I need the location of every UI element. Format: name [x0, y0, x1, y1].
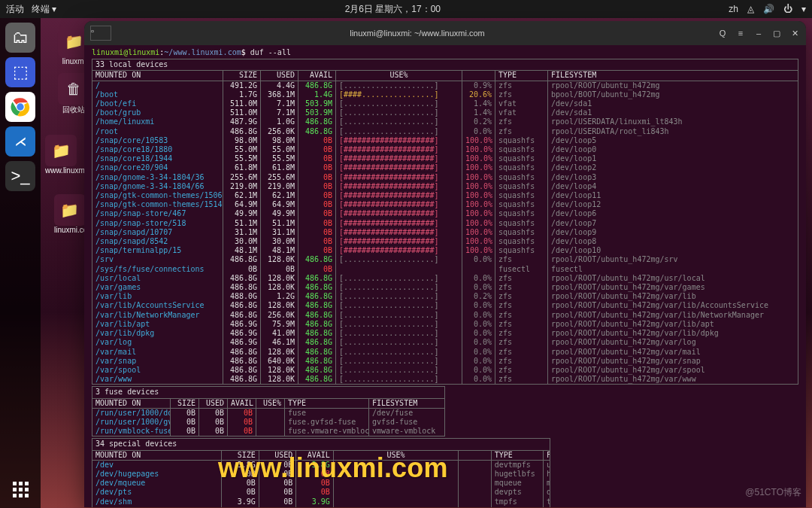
table-row: /sys/fs/fuse/connections0B0B0Bfusectlfus…	[92, 265, 798, 274]
table-row: /snap/snap-store/46749.9M49.9M0B[#######…	[92, 209, 798, 218]
terminal-window: ▫ linuxmi@linuxmi: ~/www.linuxmi.com Q ≡…	[84, 21, 806, 507]
local-devices-box: 33 local devices MOUNTED ONSIZEUSEDAVAIL…	[92, 59, 798, 385]
chrome-icon[interactable]	[5, 92, 35, 122]
table-row: /boot/efi511.0M7.1M503.9M[..............…	[92, 99, 798, 108]
table-row: /run/vmblock-fuse0B0B0Bfuse.vmware-vmblo…	[92, 427, 444, 436]
network-icon[interactable]: ◬	[747, 4, 754, 14]
table-row: /proc0B0B0Bprocproc	[92, 506, 550, 507]
app-menu[interactable]: 终端 ▾	[32, 3, 56, 16]
fuse-devices-box: 3 fuse devices MOUNTED ONSIZEUSEDAVAILUS…	[92, 386, 445, 437]
table-row: /var/log486.9G46.1M486.8G[..............…	[92, 338, 798, 347]
table-row: /run/user/1000/doc0B0B0Bfuse/dev/fuse	[92, 409, 444, 418]
table-row: /var/lib488.0G1.2G486.8G[...............…	[92, 292, 798, 301]
table-row: /snap/core20/90461.8M61.8M0B[###########…	[92, 163, 798, 172]
table-row: /snap/terminalpp/1548.1M48.1M0B[########…	[92, 246, 798, 255]
new-tab-button[interactable]: ▫	[90, 26, 111, 41]
table-row: /var/lib/apt486.9G75.9M486.8G[..........…	[92, 320, 798, 329]
chevron-down-icon[interactable]: ▾	[801, 4, 806, 14]
table-row: /dev/mqueue0B0B0Bmqueuemqueue	[92, 479, 550, 488]
terminal-icon[interactable]: >_	[5, 161, 35, 191]
box-title: 3 fuse devices	[92, 387, 444, 398]
gnome-top-bar: 活动 终端 ▾ 2月6日 星期六，17：00 zh ◬ 🔊 ⏻ ▾	[0, 0, 812, 18]
table-row: /var/lib/AccountsService486.8G128.0K486.…	[92, 301, 798, 310]
terminal-output[interactable]: linuxmi@linuxmi:~/www.linuxmi.com$ duf -…	[84, 45, 806, 507]
table-row: /var/lib/dpkg486.9G41.0M486.8G[.........…	[92, 329, 798, 338]
power-icon[interactable]: ⏻	[783, 4, 792, 14]
table-row: /snap/core18/194455.5M55.5M0B[##########…	[92, 154, 798, 163]
volume-icon[interactable]: 🔊	[763, 4, 774, 14]
table-row: /home/linuxmi487.9G1.0G486.8G[..........…	[92, 117, 798, 126]
table-row: /snap/core18/188055.0M55.0M0B[##########…	[92, 145, 798, 154]
table-row: /snap/core/1058398.0M98.0M0B[###########…	[92, 136, 798, 145]
table-row: /boot/grub511.0M7.1M503.9M[.............…	[92, 108, 798, 117]
table-row: /snap/gnome-3-34-1804/66219.0M219.0M0B[#…	[92, 182, 798, 191]
search-icon[interactable]: Q	[717, 28, 728, 38]
table-row: /var/lib/NetworkManager486.8G256.0K486.8…	[92, 311, 798, 320]
table-row: /snap/gnome-3-34-1804/36255.6M255.6M0B[#…	[92, 173, 798, 182]
terminal-titlebar: ▫ linuxmi@linuxmi: ~/www.linuxmi.com Q ≡…	[84, 21, 806, 45]
table-row: /491.2G4.4G486.8G[....................]0…	[92, 81, 798, 90]
minimize-button[interactable]: –	[753, 28, 764, 38]
special-devices-box: 34 special devices MOUNTED ONSIZEUSEDAVA…	[92, 438, 550, 507]
table-row: /var/www486.8G128.0K486.8G[.............…	[92, 375, 798, 384]
table-row: /snap/gtk-common-themes/150662.1M62.1M0B…	[92, 191, 798, 200]
table-row: /snap/snap-store/51851.1M51.1M0B[#######…	[92, 219, 798, 228]
table-row: /srv486.8G128.0K486.8G[.................…	[92, 255, 798, 264]
table-row: /var/games486.8G128.0K486.8G[...........…	[92, 283, 798, 292]
dock: 🗂 ⬚ ⋌ >_	[0, 18, 41, 508]
table-row: /snap/gtk-common-themes/151464.9M64.9M0B…	[92, 200, 798, 209]
table-row: /dev/hugepages0B0B0Bhugetlbfshugetlbfs	[92, 470, 550, 479]
screenshot-icon[interactable]: ⬚	[5, 57, 35, 87]
table-row: /snap/snapd/854230.0M30.0M0B[###########…	[92, 237, 798, 246]
activities-button[interactable]: 活动	[6, 3, 24, 16]
table-row: /dev/pts0B0B0Bdevptsdevpts	[92, 488, 550, 497]
box-title: 34 special devices	[92, 439, 550, 450]
prompt-line: linuxmi@linuxmi:~/www.linuxmi.com$ duf -…	[92, 48, 798, 57]
table-row: /var/mail486.8G128.0K486.8G[............…	[92, 348, 798, 357]
files-icon[interactable]: 🗂	[5, 23, 35, 53]
menu-icon[interactable]: ≡	[735, 28, 746, 38]
input-source-indicator[interactable]: zh	[729, 4, 738, 14]
table-row: /dev3.8G0B3.8Gdevtmpfsudev	[92, 461, 550, 470]
table-row: /run/user/1000/gvfs0B0B0Bfuse.gvfsd-fuse…	[92, 418, 444, 427]
maximize-button[interactable]: ▢	[771, 28, 782, 38]
table-row: /root486.8G256.0K486.8G[................…	[92, 127, 798, 136]
vscode-icon[interactable]: ⋌	[5, 126, 35, 157]
table-row: /dev/shm3.9G0B3.9Gtmpfstmpfs	[92, 497, 550, 506]
table-row: /var/spool486.8G128.0K486.8G[...........…	[92, 366, 798, 375]
close-button[interactable]: ✕	[789, 28, 800, 38]
clock[interactable]: 2月6日 星期六，17：00	[56, 3, 729, 16]
table-row: /usr/local486.8G128.0K486.8G[...........…	[92, 274, 798, 283]
table-row: /snap/snapd/1070731.1M31.1M0B[##########…	[92, 228, 798, 237]
table-row: /var/snap486.8G640.0K486.8G[............…	[92, 357, 798, 366]
box-title: 33 local devices	[92, 59, 798, 71]
app-grid-icon[interactable]	[13, 482, 29, 497]
terminal-title: linuxmi@linuxmi: ~/www.linuxmi.com	[117, 29, 717, 38]
table-row: /boot1.7G368.1M1.4G[####................…	[92, 90, 798, 99]
